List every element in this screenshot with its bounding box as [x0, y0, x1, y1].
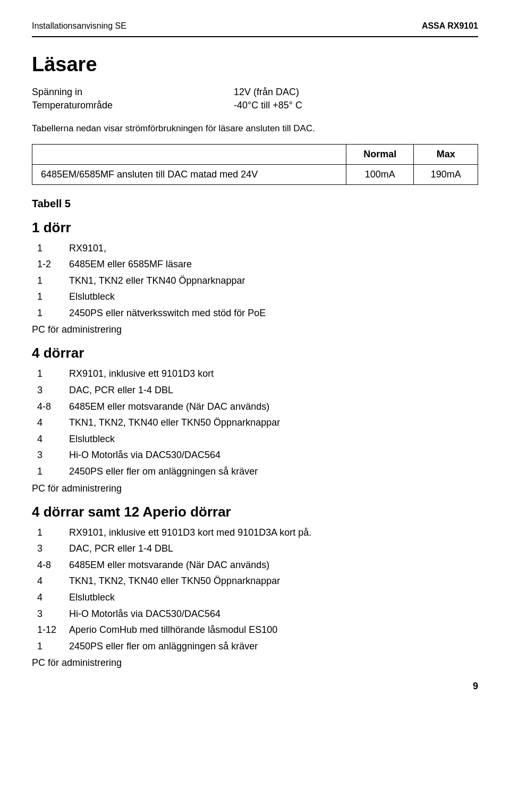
- list-item: 4TKN1, TKN2, TKN40 eller TKN50 Öppnarkna…: [37, 573, 478, 589]
- specs-table: Spänning in 12V (från DAC) Temperaturomr…: [32, 87, 478, 111]
- pc-admin-aperio: PC för administrering: [32, 657, 478, 669]
- item-list-4-doors: 1RX9101, inklusive ett 9101D3 kort 3DAC,…: [37, 366, 478, 479]
- list-item: 12450PS eller fler om anläggningen så kr…: [37, 463, 478, 480]
- col-header-normal: Normal: [346, 144, 414, 164]
- pc-admin-1-door: PC för administrering: [32, 324, 478, 335]
- list-item: 1RX9101, inklusive ett 9101D3 kort: [37, 366, 478, 382]
- spec-label-temp: Temperaturområde: [32, 100, 234, 111]
- list-item: 1RX9101, inklusive ett 9101D3 kort med 9…: [37, 525, 478, 541]
- list-item: 1-12Aperio ComHub med tillhörande låsmod…: [37, 622, 478, 638]
- pc-admin-4-doors: PC för administrering: [32, 483, 478, 494]
- list-item: 1-26485EM eller 6585MF läsare: [37, 256, 478, 273]
- list-item: 3Hi-O Motorlås via DAC530/DAC564: [37, 606, 478, 622]
- item-list-1-door: 1RX9101, 1-26485EM eller 6585MF läsare 1…: [37, 240, 478, 322]
- list-item: 3Hi-O Motorlås via DAC530/DAC564: [37, 447, 478, 463]
- col-header-empty: [32, 144, 346, 164]
- list-item: 1TKN1, TKN2 eller TKN40 Öppnarknappar: [37, 273, 478, 289]
- spec-value-temp: -40°C till +85° C: [234, 100, 302, 111]
- table5-label: Tabell 5: [32, 198, 478, 210]
- list-item: 4Elslutbleck: [37, 589, 478, 606]
- list-item: 3DAC, PCR eller 1-4 DBL: [37, 540, 478, 557]
- section-header-aperio: 4 dörrar samt 12 Aperio dörrar: [32, 504, 478, 520]
- current-table: Normal Max 6485EM/6585MF ansluten till D…: [32, 144, 478, 185]
- spec-row-voltage: Spänning in 12V (från DAC): [32, 87, 478, 98]
- current-table-max-val: 190mA: [414, 164, 478, 184]
- section-header-1-door: 1 dörr: [32, 219, 478, 236]
- section-header-4-doors: 4 dörrar: [32, 345, 478, 361]
- current-table-row-label: 6485EM/6585MF ansluten till DAC matad me…: [32, 164, 346, 184]
- list-item: 1RX9101,: [37, 240, 478, 257]
- spec-label-voltage: Spänning in: [32, 87, 234, 98]
- list-item: 3DAC, PCR eller 1-4 DBL: [37, 382, 478, 399]
- list-item: 4Elslutbleck: [37, 431, 478, 447]
- table-intro-text: Tabellerna nedan visar strömförbrukninge…: [32, 122, 478, 136]
- section-title: Läsare: [32, 53, 478, 76]
- list-item: 12450PS eller nätverksswitch med stöd fö…: [37, 305, 478, 322]
- page-header: Installationsanvisning SE ASSA RX9101: [32, 21, 478, 37]
- list-item: 4-86485EM eller motsvarande (När DAC anv…: [37, 399, 478, 415]
- col-header-max: Max: [414, 144, 478, 164]
- header-left-title: Installationsanvisning SE: [32, 21, 126, 31]
- list-item: 1Elslutbleck: [37, 289, 478, 305]
- spec-row-temp: Temperaturområde -40°C till +85° C: [32, 100, 478, 111]
- page-container: Installationsanvisning SE ASSA RX9101 Lä…: [0, 0, 510, 708]
- page-number: 9: [473, 681, 478, 692]
- list-item: 4-86485EM eller motsvarande (När DAC anv…: [37, 557, 478, 573]
- list-item: 4TKN1, TKN2, TKN40 eller TKN50 Öppnarkna…: [37, 415, 478, 431]
- spec-value-voltage: 12V (från DAC): [234, 87, 299, 98]
- list-item: 12450PS eller fler om anläggningen så kr…: [37, 638, 478, 655]
- current-table-normal-val: 100mA: [346, 164, 414, 184]
- header-right-title: ASSA RX9101: [422, 21, 478, 31]
- item-list-aperio: 1RX9101, inklusive ett 9101D3 kort med 9…: [37, 525, 478, 655]
